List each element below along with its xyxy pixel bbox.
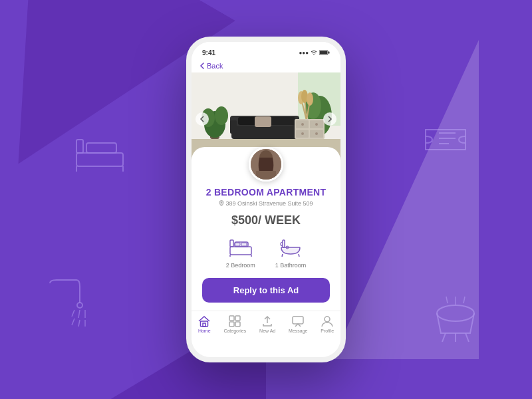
nav-home[interactable]: Home	[198, 315, 211, 333]
nav-message[interactable]: Message	[289, 315, 307, 333]
back-button[interactable]: Back	[200, 62, 223, 70]
listing-price: $500/ WEEK	[202, 213, 330, 227]
phone-screen: 9:41 ●●● Back	[186, 37, 346, 362]
svg-rect-25	[329, 52, 330, 54]
phone-notch	[236, 42, 296, 55]
home-icon	[198, 315, 210, 327]
svg-rect-82	[293, 317, 303, 324]
svg-line-72	[282, 254, 283, 257]
nav-categories[interactable]: Categories	[223, 315, 246, 333]
bathroom-icon	[279, 235, 303, 259]
bed-bg-icon	[73, 133, 126, 176]
svg-line-16	[442, 333, 446, 342]
svg-line-19	[446, 297, 448, 303]
battery-icon	[319, 50, 330, 55]
svg-point-63	[221, 202, 222, 203]
bedroom-label: 2 Bedroom	[226, 262, 255, 269]
svg-rect-74	[283, 240, 285, 247]
svg-rect-79	[235, 316, 240, 321]
svg-rect-76	[201, 321, 208, 327]
nav-new-ad-label: New Ad	[259, 329, 275, 333]
svg-rect-2	[86, 143, 116, 153]
svg-point-22	[313, 54, 315, 55]
svg-point-51	[301, 123, 304, 126]
svg-rect-80	[229, 322, 234, 327]
phone-mockup: 9:41 ●●● Back	[186, 37, 346, 362]
listing-address: 389 Osinski Stravenue Suite 509	[202, 200, 330, 207]
bottom-nav: Home Categories New Ad	[192, 311, 340, 340]
bedroom-icon	[229, 235, 253, 259]
grid-icon	[229, 315, 241, 327]
nav-profile[interactable]: Profile	[321, 315, 334, 333]
svg-line-12	[72, 319, 74, 325]
svg-line-9	[72, 310, 74, 317]
svg-rect-62	[256, 171, 276, 182]
features-row: 2 Bedroom	[202, 235, 330, 269]
svg-line-13	[78, 320, 80, 327]
content-card: 2 BEDROOM APARTMENT 389 Osinski Stravenu…	[192, 147, 340, 303]
svg-point-15	[437, 305, 474, 321]
upload-icon	[261, 315, 273, 327]
svg-rect-55	[255, 116, 271, 127]
nav-message-label: Message	[289, 329, 307, 333]
avatar-wrap	[202, 147, 330, 182]
bathroom-feature: 1 Bathroom	[275, 235, 307, 269]
svg-point-75	[286, 246, 289, 249]
nav-home-label: Home	[198, 329, 211, 333]
message-icon	[292, 315, 304, 327]
listing-title: 2 BEDROOM APARTMENT	[202, 187, 330, 198]
svg-line-73	[299, 254, 299, 257]
svg-rect-45	[267, 117, 295, 125]
svg-rect-69	[235, 243, 240, 246]
svg-rect-78	[229, 316, 234, 321]
reply-to-ad-button[interactable]: Reply to this Ad	[202, 278, 330, 303]
wifi-icon	[311, 50, 317, 55]
svg-line-10	[78, 310, 80, 318]
svg-rect-64	[230, 247, 251, 255]
svg-point-54	[315, 132, 318, 135]
signal-icon: ●●●	[299, 50, 309, 56]
svg-point-8	[77, 303, 82, 308]
svg-point-59	[215, 106, 228, 125]
profile-icon	[321, 315, 333, 327]
svg-rect-65	[230, 240, 233, 247]
svg-line-17	[466, 333, 469, 342]
nav-profile-label: Profile	[321, 329, 334, 333]
nav-categories-label: Categories	[223, 329, 246, 333]
bedroom-feature: 2 Bedroom	[226, 235, 255, 269]
svg-rect-77	[203, 323, 205, 327]
svg-rect-42	[230, 120, 237, 134]
shower-bg-icon	[40, 277, 86, 332]
svg-rect-1	[76, 140, 83, 153]
svg-point-83	[325, 317, 330, 322]
location-icon	[219, 200, 224, 207]
bathroom-label: 1 Bathroom	[275, 262, 307, 269]
grill-bg-icon	[429, 290, 482, 346]
svg-point-39	[307, 92, 313, 106]
ticket-bg-icon	[419, 120, 472, 162]
svg-line-21	[464, 297, 465, 303]
back-bar: Back	[192, 61, 340, 72]
svg-point-53	[301, 132, 304, 135]
svg-rect-81	[235, 322, 240, 327]
status-icons: ●●●	[299, 50, 331, 56]
image-prev-arrow[interactable]	[196, 112, 209, 126]
status-time: 9:41	[202, 49, 215, 57]
svg-point-52	[315, 123, 318, 126]
image-next-arrow[interactable]	[323, 112, 336, 126]
svg-rect-70	[241, 243, 247, 246]
nav-new-ad[interactable]: New Ad	[259, 315, 275, 333]
svg-rect-24	[320, 51, 327, 54]
svg-rect-0	[76, 153, 123, 166]
avatar	[249, 147, 283, 182]
